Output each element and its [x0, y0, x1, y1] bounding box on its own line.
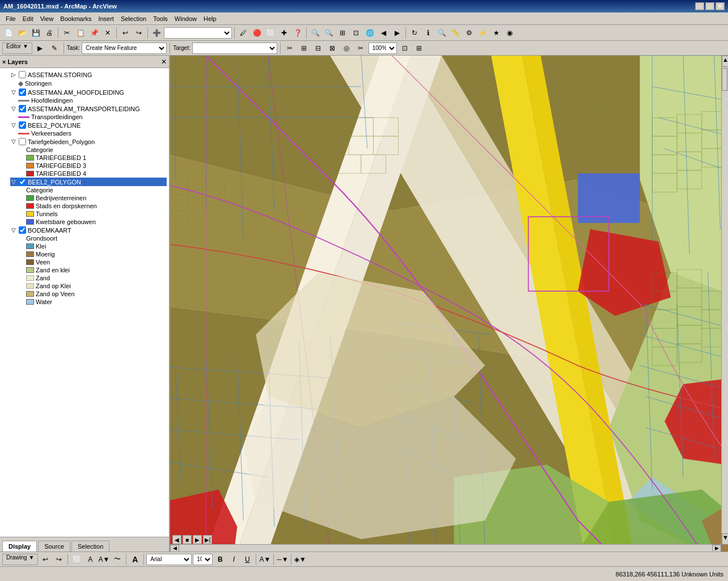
close-button[interactable]: ✕ — [716, 2, 725, 10]
tool8[interactable]: ★ — [490, 27, 502, 39]
map-area[interactable]: ◀ ■ ▶ ▶| ▲ ▼ ◀ ▶ — [170, 56, 728, 551]
line-color-btn[interactable]: ─▼ — [276, 553, 289, 566]
menu-insert[interactable]: Insert — [95, 14, 117, 23]
zoom-in-btn[interactable]: 🔍 — [309, 27, 321, 39]
layout-btn[interactable]: ⊡ — [399, 42, 411, 54]
menu-bookmarks[interactable]: Bookmarks — [57, 14, 95, 23]
vertex-btn[interactable]: ⊞ — [298, 42, 310, 54]
editor-dropdown[interactable]: Editor ▼ — [2, 43, 32, 54]
tool4[interactable]: ✚ — [278, 27, 290, 39]
layer-item-transportleidingen[interactable]: Transportleidingen — [18, 113, 167, 121]
menu-window[interactable]: Window — [171, 14, 200, 23]
layer-item-klei[interactable]: Klei — [26, 242, 167, 250]
tab-selection[interactable]: Selection — [71, 541, 109, 551]
layer-item-tariefgebieden[interactable]: ▽ Tariefgebieden_Polygon — [10, 137, 167, 146]
layer-item-water[interactable]: Water — [26, 298, 167, 306]
sketch-btn[interactable]: ✂ — [283, 42, 296, 54]
info-btn[interactable]: ℹ — [422, 27, 434, 39]
map-nav-fwd[interactable]: ▶ — [193, 535, 202, 544]
vscroll-thumb[interactable] — [722, 68, 727, 91]
find-btn[interactable]: 🔍 — [435, 27, 448, 39]
draw-rect[interactable]: ⬜ — [70, 553, 83, 566]
italic-btn[interactable]: I — [227, 553, 240, 566]
bold-btn[interactable]: B — [214, 553, 226, 566]
layer-checkbox-storing[interactable] — [19, 71, 26, 78]
new-btn[interactable]: 📄 — [2, 27, 15, 39]
delete-btn[interactable]: ✕ — [101, 27, 114, 39]
globe-btn[interactable]: 🌐 — [363, 27, 376, 39]
layer-item-bedrijventerreinen[interactable]: Bedrijventerreinen — [26, 194, 167, 202]
copy-btn[interactable]: 📋 — [74, 27, 87, 39]
layer-item-verkeersaders[interactable]: Verkeersaders — [18, 129, 167, 137]
layout-btn2[interactable]: ⊞ — [413, 42, 425, 54]
minimize-button[interactable]: ─ — [695, 2, 704, 10]
task-dropdown[interactable]: Create New Feature — [82, 43, 167, 54]
layer-item-hoofdleidingen[interactable]: Hoofdleidingen — [18, 96, 167, 104]
font-color-btn[interactable]: A — [129, 553, 141, 566]
cut-btn[interactable]: ✂ — [61, 27, 73, 39]
menu-selection[interactable]: Selection — [117, 14, 150, 23]
undo-btn[interactable]: ↩ — [119, 27, 132, 39]
layer-item-storing[interactable]: ▷ ASSETMAN.STORING — [10, 70, 167, 79]
layer-item-hoofdleiding[interactable]: ▽ ASSETMAN.AM_HOOFDLEIDING — [10, 88, 167, 96]
menu-edit[interactable]: Edit — [19, 14, 37, 23]
meas-btn[interactable]: 📏 — [449, 27, 462, 39]
map-nav-stop[interactable]: ■ — [183, 535, 192, 544]
font-size-select[interactable]: 10 — [193, 554, 213, 565]
layer-item-moerig[interactable]: Moerig — [26, 250, 167, 258]
buffer-btn[interactable]: ◎ — [340, 42, 353, 54]
tool2[interactable]: 🔴 — [251, 27, 263, 39]
layer-item-veen[interactable]: Veen — [26, 258, 167, 266]
shadow-btn[interactable]: ◈▼ — [294, 553, 306, 566]
pan-back[interactable]: ◀ — [377, 27, 390, 39]
layer-checkbox-transportleiding[interactable] — [19, 105, 26, 112]
panel-close-btn[interactable]: ✕ — [161, 58, 167, 66]
fill-color-btn[interactable]: A▼ — [259, 553, 271, 566]
draw-squiggle[interactable]: 〜 — [111, 553, 124, 566]
paste-btn[interactable]: 📌 — [88, 27, 100, 39]
menu-view[interactable]: View — [37, 14, 57, 23]
layer-item-transportleiding[interactable]: ▽ ASSETMAN.AM_TRANSPORTLEIDING — [10, 104, 167, 113]
clip-btn[interactable]: ✂ — [354, 42, 367, 54]
edit-tool2[interactable]: ✎ — [48, 42, 61, 54]
edit-tool1[interactable]: ▶ — [34, 42, 46, 54]
font-select[interactable]: Arial — [146, 554, 192, 565]
layer-checkbox-beel2-polyline[interactable] — [19, 121, 26, 129]
layer-checkbox-beel2-polygon[interactable] — [19, 178, 26, 186]
layer-item-zand-klei[interactable]: Zand en klei — [26, 266, 167, 274]
layer-item-tunnels[interactable]: Tunnels — [26, 210, 167, 218]
layer-item-storingen[interactable]: ◆ Storingen — [18, 79, 167, 88]
tool7[interactable]: ⚡ — [476, 27, 489, 39]
layer-checkbox-tariefgebieden[interactable] — [19, 138, 26, 145]
menu-file[interactable]: File — [2, 14, 19, 23]
hscroll-right[interactable]: ▶ — [712, 545, 721, 552]
print-btn[interactable]: 🖨 — [43, 27, 56, 39]
layer-item-kwetsbare[interactable]: Kwetsbare gebouwen — [26, 218, 167, 226]
save-btn[interactable]: 💾 — [29, 27, 42, 39]
layer-item-zand-op-klei[interactable]: Zand op Klei — [26, 282, 167, 290]
layer-checkbox-bodemkaart[interactable] — [19, 226, 26, 234]
draw-text[interactable]: A — [84, 553, 96, 566]
drawing-dropdown[interactable]: Drawing ▼ — [2, 554, 38, 565]
layer-item-beel2-polyline[interactable]: ▽ BEEL2_POLYLINE — [10, 121, 167, 129]
split-btn[interactable]: ⊟ — [312, 42, 324, 54]
redo-btn[interactable]: ↪ — [133, 27, 145, 39]
layer-item-beel2-polygon[interactable]: ▽ BEEL2_POLYGON — [10, 178, 167, 186]
map-scrollbar-v[interactable]: ▲ ▼ — [721, 56, 728, 545]
menu-tools[interactable]: Tools — [150, 14, 171, 23]
layer-item-tariefgebied3[interactable]: TARIEFGEBIED 3 — [26, 162, 167, 170]
refresh-btn[interactable]: ↻ — [408, 27, 421, 39]
underline-btn[interactable]: U — [241, 553, 253, 566]
tool6[interactable]: ⚙ — [463, 27, 475, 39]
layer-item-zand-op-veen[interactable]: Zand op Veen — [26, 290, 167, 298]
zoom-pct[interactable]: 100% — [369, 43, 397, 54]
layer-item-tariefgebied1[interactable]: TARIEFGEBIED 1 — [26, 154, 167, 162]
hscroll-left[interactable]: ◀ — [170, 545, 179, 552]
tab-source[interactable]: Source — [38, 541, 70, 551]
zoom-full[interactable]: ⊞ — [336, 27, 349, 39]
pan-fwd[interactable]: ▶ — [391, 27, 403, 39]
draw-fwd[interactable]: ↪ — [53, 553, 65, 566]
draw-text2[interactable]: A▼ — [98, 553, 110, 566]
zoom-out-btn[interactable]: 🔍 — [323, 27, 335, 39]
layer-item-stads[interactable]: Stads en dorpskernen — [26, 202, 167, 210]
